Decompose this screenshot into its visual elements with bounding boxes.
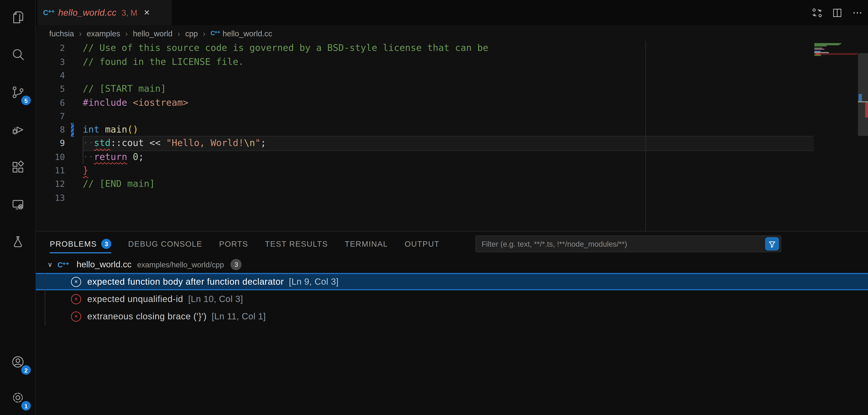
breadcrumb-item-examples[interactable]: examples (87, 29, 120, 38)
line-number[interactable]: 11 (35, 164, 65, 178)
activity-item-remote-explorer[interactable] (0, 193, 35, 216)
line-content: // [END main] (83, 178, 155, 191)
breadcrumb-separator: › (79, 29, 82, 38)
line-content: #include <iostream> (83, 96, 188, 109)
split-editor-icon[interactable] (831, 6, 843, 19)
line-content: // [START main] (83, 83, 166, 96)
code-line-5[interactable]: 5// [START main] (35, 83, 868, 96)
problems-badge: 3 (101, 239, 112, 249)
overview-error-marker (865, 102, 868, 118)
breadcrumb-item-file[interactable]: hello_world.cc (223, 29, 272, 38)
line-number[interactable]: 4 (35, 69, 65, 83)
code-line-9[interactable]: 9··std::cout << "Hello, World!\n"; (35, 137, 868, 151)
extensions-icon (10, 160, 25, 174)
tab-title: hello_world.cc (58, 8, 117, 18)
code-line-4[interactable]: 4 (35, 69, 868, 83)
line-number[interactable]: 10 (35, 150, 65, 164)
panel-tab-label: OUTPUT (405, 240, 439, 248)
error-icon: × (71, 277, 81, 287)
panel-tab-terminal[interactable]: TERMINAL (345, 231, 388, 256)
panel-tab-label: PROBLEMS (50, 240, 97, 248)
code-line-3[interactable]: 3// found in the LICENSE file. (35, 55, 868, 69)
code-line-8[interactable]: 8int main() (35, 123, 868, 137)
cpp-file-icon: C⁺⁺ (43, 8, 54, 17)
editor-tab-bar: C⁺⁺ hello_world.cc 3, M × (35, 0, 868, 25)
breadcrumb-item-cpp[interactable]: cpp (185, 29, 198, 38)
panel-tabs: PROBLEMS3DEBUG CONSOLEPORTSTEST RESULTST… (35, 231, 868, 256)
scrollbar[interactable] (858, 53, 868, 136)
indent-guide (83, 137, 83, 164)
line-content: ··return 0; (83, 150, 144, 164)
panel-tab-debug-console[interactable]: DEBUG CONSOLE (128, 231, 203, 256)
panel-tab-test-results[interactable]: TEST RESULTS (265, 231, 328, 256)
panel-tab-label: TEST RESULTS (265, 240, 328, 248)
debug-icon (10, 123, 25, 137)
code-line-12[interactable]: 12// [END main] (35, 178, 868, 191)
panel-tab-ports[interactable]: PORTS (219, 231, 248, 256)
activity-item-settings[interactable]: 1 (0, 386, 35, 409)
activity-item-accounts[interactable]: 2 (0, 351, 35, 373)
activity-item-extensions[interactable] (0, 156, 35, 179)
chevron-down-icon[interactable]: ∨ (48, 261, 52, 268)
code-line-13[interactable]: 13 (35, 191, 868, 205)
minimap-line (814, 55, 821, 56)
line-number[interactable]: 13 (35, 191, 65, 205)
error-icon: × (71, 311, 81, 321)
overview-modified-marker (859, 94, 862, 102)
panel-tab-label: TERMINAL (345, 240, 388, 248)
line-number[interactable]: 2 (35, 41, 65, 55)
line-number[interactable]: 12 (35, 178, 65, 191)
problem-rows: ×expected function body after function d… (35, 273, 868, 325)
line-number[interactable]: 3 (35, 55, 65, 69)
panel-tab-output[interactable]: OUTPUT (405, 231, 439, 256)
activity-item-search[interactable] (0, 44, 35, 66)
problem-message: expected function body after function de… (87, 277, 284, 287)
activity-item-source-control[interactable]: 5 (0, 81, 35, 103)
problem-message: expected unqualified-id (87, 294, 183, 304)
problems-file-group[interactable]: ∨ C⁺⁺ hello_world.cc examples/hello_worl… (35, 256, 868, 273)
code-line-6[interactable]: 6#include <iostream> (35, 96, 868, 110)
code-line-7[interactable]: 7 (35, 109, 868, 123)
minimap[interactable] (814, 43, 857, 56)
line-content: ··std::cout << "Hello, World!\n"; (83, 137, 266, 150)
activity-item-testing[interactable] (0, 231, 35, 253)
activity-badge: 2 (21, 365, 31, 375)
line-number[interactable]: 7 (35, 109, 65, 123)
line-number[interactable]: 8 (35, 123, 65, 137)
line-number[interactable]: 9 (35, 137, 65, 150)
code-line-11[interactable]: 11} (35, 164, 868, 178)
vscode-window: 521 C⁺⁺ hello_world.cc 3, M × 1// Copyri… (0, 0, 868, 415)
line-content: int main() (83, 123, 138, 137)
activity-bar: 521 (0, 0, 36, 415)
activity-badge: 5 (21, 96, 31, 105)
filter-icon[interactable] (765, 237, 779, 251)
code-line-10[interactable]: 10··return 0; (35, 150, 868, 164)
breadcrumb-item-hello_world[interactable]: hello_world (133, 29, 173, 38)
problem-row[interactable]: ×expected function body after function d… (35, 273, 868, 290)
breadcrumb-item-fuchsia[interactable]: fuchsia (49, 29, 74, 38)
problem-message: extraneous closing brace ('}') (87, 311, 207, 321)
remote-explorer-icon (10, 197, 25, 212)
panel-tab-label: DEBUG CONSOLE (128, 240, 203, 248)
tab-close-icon[interactable]: × (144, 7, 150, 18)
more-actions-icon[interactable] (851, 6, 864, 19)
code-line-2[interactable]: 2// Use of this source code is governed … (35, 41, 868, 56)
tab-hello-world-cc[interactable]: C⁺⁺ hello_world.cc 3, M × (37, 0, 172, 25)
problem-row[interactable]: ×extraneous closing brace ('}')[Ln 11, C… (35, 308, 868, 325)
problems-file-path: examples/hello_world/cpp (137, 260, 224, 269)
open-changes-icon[interactable] (811, 6, 823, 19)
minimap-line (814, 49, 825, 50)
breadcrumb-separator: › (203, 29, 206, 38)
activity-badge: 1 (21, 401, 31, 411)
problem-location: [Ln 9, Col 3] (289, 277, 339, 287)
activity-item-run-debug[interactable] (0, 119, 35, 141)
tab-problem-decoration: 3, M (122, 8, 137, 17)
panel-tab-problems[interactable]: PROBLEMS3 (50, 231, 112, 256)
line-number[interactable]: 5 (35, 83, 65, 96)
activity-item-explorer[interactable] (0, 6, 35, 29)
problems-filter-input[interactable] (476, 236, 781, 252)
problem-row[interactable]: ×expected unqualified-id[Ln 10, Col 3] (35, 290, 868, 308)
line-number[interactable]: 6 (35, 96, 65, 109)
problems-count-badge: 3 (230, 259, 242, 270)
minimap-line (814, 53, 857, 55)
